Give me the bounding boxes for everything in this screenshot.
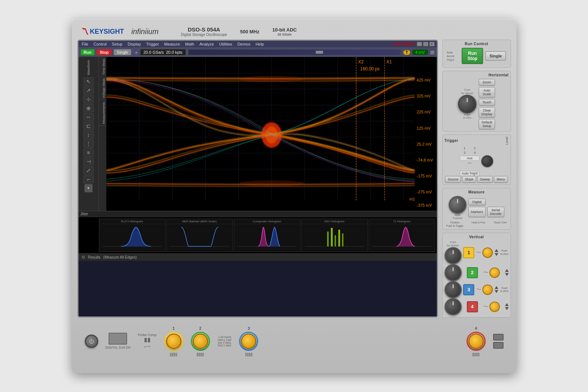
- touch-button[interactable]: Touch: [479, 99, 495, 106]
- markers-button[interactable]: Markers: [468, 207, 486, 217]
- tj-title: TJ Histogram: [369, 219, 435, 224]
- tool-h-arrow[interactable]: ↔: [83, 113, 94, 121]
- ch3-down-arrow[interactable]: [495, 290, 498, 293]
- auto-scale-button[interactable]: AutoScale: [479, 87, 495, 97]
- ch3-push-zero: Pushto Zero: [500, 287, 508, 293]
- screen-keysight-logo: 〽 KEYSIGHT: [391, 42, 415, 46]
- ch3-knob[interactable]: [445, 281, 462, 298]
- menu-file[interactable]: File: [81, 41, 90, 47]
- model-info: DSO-S 054A Digital Storage Oscilloscope: [181, 26, 227, 37]
- ch4-up-arrow[interactable]: [505, 303, 509, 306]
- measurements-tab[interactable]: Measurements: [99, 100, 106, 126]
- ch3-button[interactable]: 3: [463, 284, 474, 295]
- tool-segment[interactable]: ⊣: [83, 157, 94, 166]
- tool-arrow-ne[interactable]: ↗: [83, 86, 94, 94]
- menu-control[interactable]: Control: [92, 41, 107, 47]
- run-stop-button[interactable]: RunStop: [462, 48, 484, 64]
- slope-button[interactable]: Slope: [462, 176, 476, 183]
- close-button[interactable]: ✕: [429, 42, 435, 46]
- ber-bathtub-title: BER Bathtub (BER-Scale): [167, 219, 233, 224]
- ch2-button[interactable]: 2: [467, 267, 478, 278]
- adc-spec: 10-bit ADC 20 GSa/s: [272, 27, 297, 36]
- stop-button[interactable]: Stop: [97, 49, 112, 55]
- ch2-knob[interactable]: [445, 264, 462, 281]
- ch1-pin-1: [170, 353, 172, 356]
- run-button[interactable]: Run: [81, 49, 94, 55]
- model-description: Digital Storage Oscilloscope: [181, 33, 227, 37]
- tool-more[interactable]: ▾: [84, 184, 93, 192]
- menu-help[interactable]: Help: [255, 41, 265, 47]
- single-hw-button[interactable]: Single: [485, 51, 506, 61]
- serial-decode-button[interactable]: SerialDecode: [487, 207, 505, 217]
- touch-turn-label: Touch Turn: [494, 221, 507, 227]
- power-button[interactable]: ⏻: [85, 335, 98, 348]
- single-button[interactable]: Single: [114, 49, 131, 55]
- ch3-front-connector: 3: [239, 326, 258, 356]
- menu-demos[interactable]: Demos: [236, 41, 252, 47]
- ch3-terminal-pins: [245, 353, 252, 356]
- menu-utilities[interactable]: Utilities: [218, 41, 233, 47]
- trigger-level-knob[interactable]: [481, 155, 493, 167]
- minimize-button[interactable]: _: [417, 42, 422, 46]
- ch2-front-inner: [193, 333, 208, 349]
- eye-diagram-svg: X2 X1 160.00 ps 425 mV 325 mV 225 mV 125…: [106, 57, 437, 211]
- horizontal-knob[interactable]: [458, 95, 476, 113]
- tool-zoom-in[interactable]: ⊕: [83, 104, 94, 112]
- trigger-menu-button[interactable]: Menu: [494, 176, 508, 183]
- source-button[interactable]: Source: [445, 176, 461, 183]
- ch2-up-arrow[interactable]: [505, 269, 509, 272]
- tool-multi-arrow[interactable]: ⋮: [83, 140, 94, 148]
- brand-logo: 〽 KEYSIGHT: [81, 27, 124, 36]
- top-header: 〽 KEYSIGHT infiniium DSO-S 054A Digital …: [77, 24, 511, 40]
- probe-pin-2: [148, 338, 150, 342]
- svg-text:-175 mV: -175 mV: [416, 174, 432, 178]
- ch4-knob[interactable]: [445, 298, 462, 315]
- voltage-meas-tab[interactable]: Voltage Meas: [99, 77, 106, 100]
- trig-aux: Aux: [460, 156, 479, 161]
- voltage-display: 4 mV: [412, 50, 428, 55]
- tool-v-arrow[interactable]: ↕: [83, 131, 94, 139]
- menu-display[interactable]: Display: [126, 41, 142, 47]
- ch4-button[interactable]: 4: [467, 301, 478, 312]
- tool-expand[interactable]: ⤢: [83, 166, 94, 175]
- ch1-pin-2: [172, 353, 173, 356]
- ch4-down-arrow[interactable]: [505, 307, 509, 310]
- tool-stairs[interactable]: ⌐: [83, 175, 94, 183]
- settings-icon[interactable]: ⚙: [82, 255, 85, 260]
- tool-cursor[interactable]: ⊹: [83, 95, 94, 103]
- ch2-pin-1: [197, 353, 198, 356]
- menu-math[interactable]: Math: [184, 41, 195, 47]
- measure-all-label: (Measure All Edges): [103, 255, 137, 259]
- menu-analyze[interactable]: Analyze: [198, 41, 215, 47]
- menu-trigger[interactable]: Trigger: [145, 41, 160, 47]
- ch1-button[interactable]: 1: [463, 247, 474, 258]
- ch1-down-arrow[interactable]: [495, 253, 498, 256]
- ch2-down-arrow[interactable]: [505, 273, 509, 276]
- ch1-knob[interactable]: [445, 247, 462, 264]
- vertical-title: Vertical: [445, 235, 509, 239]
- default-setup-button[interactable]: DefaultSetup: [479, 119, 495, 129]
- multi-purpose-knob[interactable]: [449, 196, 466, 214]
- digital-button[interactable]: Digital: [468, 199, 486, 205]
- maximize-button[interactable]: □: [423, 42, 428, 46]
- menu-items: File Control Setup Display Trigger Measu…: [81, 41, 265, 47]
- sweep-button[interactable]: Sweep: [477, 176, 493, 183]
- menu-setup[interactable]: Setup: [111, 41, 124, 47]
- keysight-wave-icon: 〽: [81, 27, 89, 36]
- menu-measure[interactable]: Measure: [163, 41, 181, 47]
- ch2-front-label: 2: [199, 326, 202, 330]
- toolbar: Run Stop Single ◈ 20.0 GSa/s 20.0 kpts T…: [79, 48, 437, 57]
- ch1-up-arrow[interactable]: [495, 249, 498, 252]
- time-meas-tab[interactable]: Time Meas: [99, 57, 106, 77]
- tool-h-lines[interactable]: ≡: [83, 149, 94, 157]
- ch3-front-ring: [239, 332, 258, 351]
- ch3-up-arrow[interactable]: [495, 286, 498, 289]
- tool-arrow-nw[interactable]: ↖: [83, 77, 94, 86]
- ch4-wave-icon: 〜: [483, 303, 488, 310]
- tool-step[interactable]: ⊏: [83, 122, 94, 130]
- svg-text:-375 mV: -375 mV: [416, 203, 432, 207]
- push-for-vernier-h: Pushfor Vernier: [461, 89, 473, 95]
- clear-display-button[interactable]: ClearDisplay: [479, 107, 495, 117]
- zoom-button[interactable]: Zoom: [479, 79, 495, 86]
- ch2-front-connector: 2: [191, 326, 210, 356]
